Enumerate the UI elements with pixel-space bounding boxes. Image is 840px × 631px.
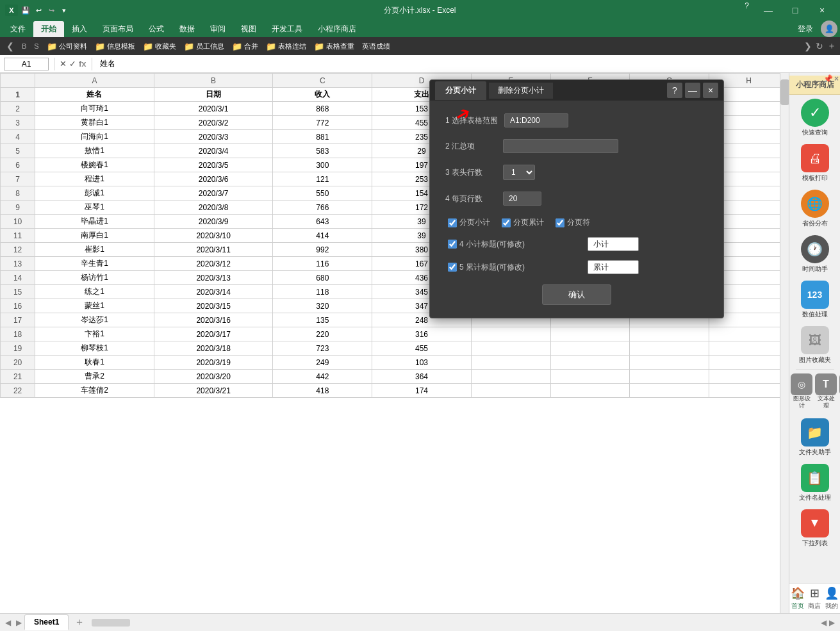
row-header[interactable]: 13 bbox=[1, 257, 35, 271]
row-header[interactable]: 14 bbox=[1, 271, 35, 285]
dialog-tab-delete[interactable]: 删除分页小计 bbox=[489, 83, 553, 99]
cell-a[interactable]: 彭诚1 bbox=[35, 186, 154, 201]
cell-a[interactable]: 曹承2 bbox=[35, 370, 154, 384]
row-header[interactable]: 18 bbox=[1, 327, 35, 341]
row-header[interactable]: 4 bbox=[1, 130, 35, 144]
row-header[interactable]: 3 bbox=[1, 116, 35, 130]
subtotal-title-checkbox[interactable] bbox=[448, 240, 457, 249]
bm-refresh-btn[interactable]: ↻ bbox=[816, 41, 823, 51]
cell-b[interactable]: 2020/3/15 bbox=[154, 299, 273, 313]
scroll-left-btn[interactable]: ◀ bbox=[821, 618, 827, 627]
minimize-btn[interactable]: — bbox=[755, 1, 781, 19]
scroll-v[interactable] bbox=[780, 73, 789, 613]
save-icon[interactable]: 💾 bbox=[21, 5, 31, 15]
tab-formula[interactable]: 公式 bbox=[141, 21, 172, 37]
cell-a[interactable]: 卞裕1 bbox=[35, 327, 154, 341]
dialog-minimize-btn[interactable]: — bbox=[685, 83, 700, 98]
insert-function-icon[interactable]: fx bbox=[79, 59, 86, 69]
cell-c[interactable]: 643 bbox=[273, 215, 372, 229]
cell-c[interactable]: 680 bbox=[273, 271, 372, 285]
tab-mini-store[interactable]: 小程序商店 bbox=[310, 21, 364, 37]
checkbox-pagesym[interactable]: 分页符 bbox=[556, 217, 590, 228]
cell-c[interactable]: 118 bbox=[273, 285, 372, 299]
cell-b[interactable]: 2020/3/14 bbox=[154, 285, 273, 299]
row-header[interactable]: 16 bbox=[1, 299, 35, 313]
undo-icon[interactable]: ↩ bbox=[33, 5, 44, 15]
app-photo-collection[interactable]: 🖼 图片收藏夹 bbox=[789, 322, 840, 368]
cell-a[interactable]: 柳琴枝1 bbox=[35, 341, 154, 356]
row-header[interactable]: 22 bbox=[1, 384, 35, 398]
subtotal-checkbox[interactable] bbox=[448, 218, 457, 227]
dialog-help-btn[interactable]: ? bbox=[667, 83, 682, 98]
row-header[interactable]: 11 bbox=[1, 229, 35, 243]
tab-view[interactable]: 视图 bbox=[233, 21, 264, 37]
row-header[interactable]: 6 bbox=[1, 158, 35, 172]
header-select[interactable]: 1 2 bbox=[503, 165, 535, 180]
help-icon[interactable]: ? bbox=[739, 1, 754, 19]
cell-b[interactable]: 日期 bbox=[154, 88, 273, 102]
cell-a[interactable]: 闫海向1 bbox=[35, 130, 154, 144]
cell-b[interactable]: 2020/3/12 bbox=[154, 257, 273, 271]
nav-profile[interactable]: 👤 我的 bbox=[823, 584, 840, 613]
cell-c[interactable]: 550 bbox=[273, 186, 372, 201]
cancel-formula-icon[interactable]: ✕ bbox=[60, 59, 67, 69]
checkbox-subtotal[interactable]: 分页小计 bbox=[448, 217, 490, 228]
app-quick-search[interactable]: ✓ 快速查询 bbox=[789, 95, 840, 140]
dialog-close-btn[interactable]: × bbox=[703, 83, 718, 98]
cell-c[interactable]: 992 bbox=[273, 243, 372, 257]
cell-b[interactable]: 2020/3/8 bbox=[154, 201, 273, 215]
checkbox-cumulative[interactable]: 分页累计 bbox=[502, 217, 544, 228]
cell-b[interactable]: 2020/3/18 bbox=[154, 341, 273, 356]
row-header[interactable]: 12 bbox=[1, 243, 35, 257]
cell-c[interactable]: 442 bbox=[273, 370, 372, 384]
bm-item-link[interactable]: 📁 表格连结 bbox=[263, 40, 309, 53]
row-header[interactable]: 21 bbox=[1, 370, 35, 384]
cell-a[interactable]: 巫琴1 bbox=[35, 201, 154, 215]
bm-back-btn[interactable]: ❮ bbox=[4, 40, 17, 53]
row-header[interactable]: 17 bbox=[1, 313, 35, 327]
col-header-a[interactable]: A bbox=[35, 74, 154, 88]
cell-c[interactable]: 772 bbox=[273, 116, 372, 130]
app-province[interactable]: 🌐 省份分布 bbox=[789, 186, 840, 231]
login-label[interactable]: 登录 bbox=[790, 21, 821, 37]
cell-c[interactable]: 收入 bbox=[273, 88, 372, 102]
summary-select[interactable] bbox=[503, 139, 618, 153]
cell-c[interactable]: 220 bbox=[273, 327, 372, 341]
maximize-btn[interactable]: □ bbox=[782, 1, 808, 19]
app-dropdown-list[interactable]: ▼ 下拉列表 bbox=[789, 505, 840, 551]
row-header[interactable]: 15 bbox=[1, 285, 35, 299]
cell-a[interactable]: 楼婉春1 bbox=[35, 158, 154, 172]
redo-icon[interactable]: ↪ bbox=[46, 5, 56, 15]
tab-dev-tools[interactable]: 开发工具 bbox=[264, 21, 310, 37]
cell-b[interactable]: 2020/3/10 bbox=[154, 229, 273, 243]
cell-b[interactable]: 2020/3/19 bbox=[154, 356, 273, 370]
cell-b[interactable]: 2020/3/11 bbox=[154, 243, 273, 257]
cell-b[interactable]: 2020/3/17 bbox=[154, 327, 273, 341]
row-header[interactable]: 9 bbox=[1, 201, 35, 215]
cumulative-checkbox[interactable] bbox=[502, 218, 511, 227]
bm-item-s[interactable]: S bbox=[31, 41, 41, 51]
cell-a[interactable]: 向可琦1 bbox=[35, 102, 154, 116]
sheet-nav-next[interactable]: ▶ bbox=[13, 618, 24, 627]
row-header[interactable]: 10 bbox=[1, 215, 35, 229]
bm-item-company[interactable]: 📁 公司资料 bbox=[44, 40, 90, 53]
cell-c[interactable]: 766 bbox=[273, 201, 372, 215]
panel-close-icon[interactable]: × bbox=[834, 74, 839, 83]
formula-input[interactable] bbox=[97, 58, 836, 70]
cell-b[interactable]: 2020/3/13 bbox=[154, 271, 273, 285]
cell-c[interactable]: 881 bbox=[273, 130, 372, 144]
sheet-nav-prev[interactable]: ◀ bbox=[3, 618, 13, 627]
cell-c[interactable]: 300 bbox=[273, 158, 372, 172]
cell-c[interactable]: 135 bbox=[273, 313, 372, 327]
cell-b[interactable]: 2020/3/21 bbox=[154, 384, 273, 398]
cell-c[interactable]: 320 bbox=[273, 299, 372, 313]
cell-b[interactable]: 2020/3/9 bbox=[154, 215, 273, 229]
add-sheet-btn[interactable]: ＋ bbox=[72, 616, 86, 630]
app-folder-helper[interactable]: 📁 文件夹助手 bbox=[789, 414, 840, 460]
bm-item-employee[interactable]: 📁 员工信息 bbox=[181, 40, 227, 53]
app-graphic-design[interactable]: ◎ 图形设计 bbox=[789, 371, 814, 412]
scroll-right-btn[interactable]: ▶ bbox=[829, 618, 835, 627]
tab-insert[interactable]: 插入 bbox=[64, 21, 95, 37]
row-header[interactable]: 7 bbox=[1, 172, 35, 186]
app-filename-process[interactable]: 📋 文件名处理 bbox=[789, 460, 840, 505]
